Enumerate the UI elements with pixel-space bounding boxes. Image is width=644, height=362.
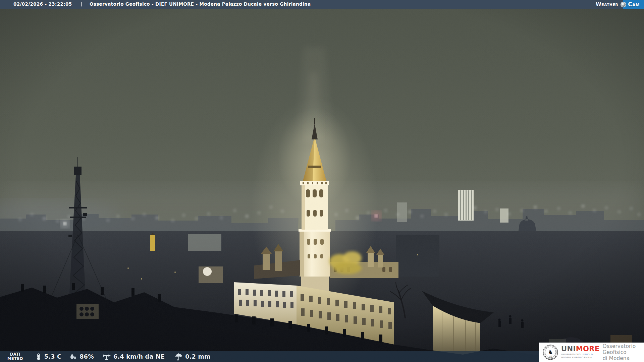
humidity-reading: 86%	[69, 353, 94, 361]
weather-label-line1: DATI	[7, 352, 23, 356]
humidity-icon	[69, 353, 77, 361]
weather-cam-logo: Weather Cam	[596, 0, 644, 9]
unimore-seal-icon: ♞ 1175	[543, 345, 558, 360]
brand-weather-label: Weather	[596, 1, 618, 7]
webcam-photo	[0, 0, 644, 362]
university-subtitle: UNIVERSITÀ DEGLI STUDI DI MODENA E REGGI…	[561, 353, 600, 359]
thermometer-icon	[35, 353, 42, 361]
humidity-value: 86%	[79, 353, 94, 360]
timestamp: 02/02/2026 - 23:22:05	[13, 1, 72, 7]
wind-icon	[102, 353, 111, 361]
brand-cam-label: Cam	[623, 0, 644, 9]
observatory-name: Osservatorio Geofisico di Modena	[603, 343, 644, 362]
weather-label-line2: METEO	[7, 357, 23, 361]
wind-value: 6.4 km/h da NE	[113, 353, 165, 360]
unimore-uni-text: UNI	[561, 345, 576, 353]
rain-value: 0.2 mm	[185, 353, 210, 360]
seal-knight-glyph: ♞	[548, 349, 553, 356]
weather-data-label: DATI METEO	[7, 352, 23, 361]
separator: |	[80, 1, 82, 6]
temperature-reading: 5.3 C	[35, 353, 61, 361]
university-subtitle-line1: UNIVERSITÀ DEGLI STUDI DI	[561, 353, 600, 356]
temperature-value: 5.3 C	[44, 353, 61, 360]
observatory-name-line1: Osservatorio Geofisico	[603, 343, 644, 356]
top-overlay-bar: 02/02/2026 - 23:22:05 | Osservatorio Geo…	[0, 0, 644, 9]
page-title: Osservatorio Geofisico - DIEF UNIMORE - …	[90, 1, 311, 7]
observatory-name-line2: di Modena	[603, 355, 644, 361]
rain-reading: 0.2 mm	[175, 353, 210, 361]
webcam-frame: 02/02/2026 - 23:22:05 | Osservatorio Geo…	[0, 0, 644, 362]
seal-year: 1175	[549, 355, 552, 357]
camera-lens-icon	[621, 2, 626, 7]
vignette	[0, 0, 644, 362]
university-subtitle-line2: MODENA E REGGIO EMILIA	[561, 356, 600, 359]
unimore-wordmark: UNIMORE UNIVERSITÀ DEGLI STUDI DI MODENA…	[561, 346, 600, 359]
wind-reading: 6.4 km/h da NE	[102, 353, 165, 361]
unimore-logo-box: ♞ 1175 UNIMORE UNIVERSITÀ DEGLI STUDI DI…	[539, 343, 644, 362]
unimore-more-text: MORE	[576, 345, 600, 353]
rain-icon	[175, 353, 183, 361]
